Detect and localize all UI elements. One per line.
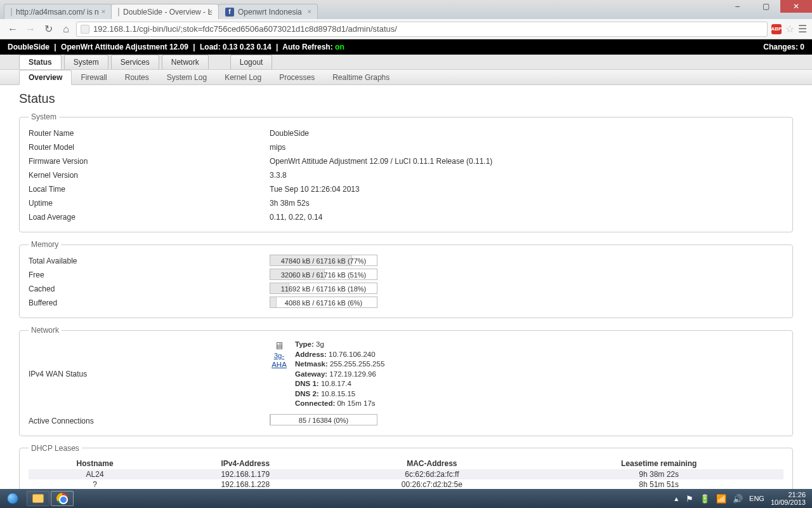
system-row: Router Name DoubleSide [29, 126, 783, 140]
load-values: 0.13 0.23 0.14 [223, 43, 272, 51]
dhcp-column-header: MAC-Address [329, 458, 534, 469]
field-label: Local Time [29, 185, 270, 194]
field-label: Uptime [29, 199, 270, 208]
wan-interface-link[interactable]: 3g-AHA [272, 352, 287, 368]
field-label: Firmware Version [29, 157, 270, 166]
document-icon [118, 8, 119, 17]
close-icon[interactable]: × [306, 8, 313, 15]
subtab-kernel-log[interactable]: Kernel Log [216, 70, 270, 84]
wan-field: Netmask: 255.255.255.255 [295, 359, 384, 370]
browser-tabstrip: http://ad4msan.com/ is n×DoubleSide - Ov… [4, 4, 317, 19]
field-label: Router Model [29, 143, 270, 152]
nav-back-icon[interactable]: ← [5, 22, 20, 37]
facebook-icon: f [225, 8, 234, 17]
luci-header: DoubleSide | OpenWrt Attitude Adjustment… [0, 39, 812, 55]
nav-home-icon[interactable]: ⌂ [58, 22, 74, 37]
usage-meter: 32060 kB / 61716 kB (51%) [270, 269, 377, 280]
window-maximize[interactable]: ▢ [752, 0, 780, 13]
section-dhcp-leases: DHCP Leases HostnameIPv4-AddressMAC-Addr… [19, 444, 793, 489]
field-label: Cached [29, 284, 270, 293]
page-title: Status [19, 91, 793, 106]
firmware-short: OpenWrt Attitude Adjustment 12.09 [61, 43, 188, 51]
system-row: Load Average 0.11, 0.22, 0.14 [29, 210, 783, 224]
usage-meter: 4088 kB / 61716 kB (6%) [270, 297, 377, 308]
usage-meter: 11692 kB / 61716 kB (18%) [270, 283, 377, 294]
changes-link[interactable]: Changes: 0 [763, 43, 804, 51]
cell: 6c:62:6d:2a:fc:ff [329, 469, 534, 479]
nav-reload-icon[interactable]: ↻ [41, 22, 56, 37]
section-system: System Router Name DoubleSideRouter Mode… [19, 112, 793, 232]
field-value: 3.3.8 [270, 171, 287, 180]
cell: 9h 38m 22s [534, 469, 783, 479]
nav-sub: OverviewFirewallRoutesSystem LogKernel L… [0, 70, 812, 85]
url-text: 192.168.1.1/cgi-bin/luci/;stok=fdc756ced… [93, 24, 397, 34]
subtab-realtime-graphs[interactable]: Realtime Graphs [324, 70, 398, 84]
wan-interface-icon: 🖥 [270, 340, 289, 352]
field-label: Buffered [29, 298, 270, 307]
dhcp-column-header: Hostname [29, 458, 161, 469]
navtab-system[interactable]: System [64, 55, 108, 69]
auto-refresh-toggle[interactable]: on [335, 43, 344, 51]
load-label: Load: [200, 43, 221, 51]
section-network: Network IPv4 WAN Status 🖥 3g-AHA Type: 3… [19, 326, 793, 436]
browser-tab-title: http://ad4msan.com/ is n [16, 8, 99, 17]
field-label: Free [29, 271, 270, 279]
memory-row: Cached 11692 kB / 61716 kB (18%) [29, 282, 783, 296]
wan-field: Type: 3g [295, 340, 384, 350]
field-value: mips [270, 143, 285, 152]
system-row: Local Time Tue Sep 10 21:26:04 2013 [29, 182, 783, 196]
navtab-network[interactable]: Network [162, 55, 209, 69]
subtab-routes[interactable]: Routes [116, 70, 158, 84]
window-minimize[interactable]: – [723, 0, 752, 13]
field-value: DoubleSide [270, 129, 309, 138]
memory-row: Free 32060 kB / 61716 kB (51%) [29, 268, 783, 282]
window-close[interactable]: ✕ [780, 0, 812, 13]
field-value: OpenWrt Attitude Adjustment 12.09 / LuCI… [270, 157, 492, 166]
nav-forward-icon: → [23, 22, 38, 37]
url-input[interactable]: 192.168.1.1/cgi-bin/luci/;stok=fdc756ced… [76, 22, 768, 37]
auto-refresh-label: Auto Refresh: [282, 43, 332, 51]
subtab-processes[interactable]: Processes [270, 70, 324, 84]
active-connections-label: Active Connections [29, 417, 270, 425]
navtab-services[interactable]: Services [111, 55, 159, 69]
page-favicon-icon [81, 25, 89, 34]
dhcp-column-header: IPv4-Address [161, 458, 329, 469]
cell: 8h 51m 51s [534, 479, 783, 489]
omnibox-icons: ABP ☆ ☰ [771, 23, 807, 35]
close-icon[interactable]: × [100, 8, 107, 15]
cell: AL24 [29, 469, 161, 479]
window-controls: – ▢ ✕ [723, 0, 812, 13]
adblock-icon[interactable]: ABP [771, 24, 782, 34]
memory-row: Total Available 47840 kB / 61716 kB (77%… [29, 254, 783, 268]
subtab-system-log[interactable]: System Log [158, 70, 216, 84]
system-row: Uptime 3h 38m 52s [29, 196, 783, 210]
browser-tab-2[interactable]: fOpenwrt Indonesia× [218, 4, 318, 19]
legend-memory: Memory [29, 240, 61, 249]
subtab-firewall[interactable]: Firewall [72, 70, 115, 84]
field-label: Kernel Version [29, 171, 270, 180]
subtab-overview[interactable]: Overview [19, 70, 72, 85]
table-row: AL24192.168.1.1796c:62:6d:2a:fc:ff9h 38m… [29, 469, 783, 479]
wan-field: DNS 1: 10.8.17.4 [295, 379, 384, 389]
navtab-status[interactable]: Status [19, 55, 62, 69]
section-memory: Memory Total Available 47840 kB / 61716 … [19, 240, 793, 318]
wan-field: DNS 2: 10.8.15.15 [295, 389, 384, 399]
field-label: Total Available [29, 257, 270, 265]
browser-tab-0[interactable]: http://ad4msan.com/ is n× [4, 4, 112, 19]
bookmark-star-icon[interactable]: ☆ [785, 23, 794, 35]
browser-tab-1[interactable]: DoubleSide - Overview - L× [111, 4, 219, 19]
legend-network: Network [29, 326, 62, 335]
browser-tab-title: Openwrt Indonesia [238, 8, 302, 17]
browser-toolbar: ← → ↻ ⌂ 192.168.1.1/cgi-bin/luci/;stok=f… [0, 19, 812, 39]
field-label: Router Name [29, 129, 270, 138]
wan-field: Connected: 0h 15m 17s [295, 399, 384, 409]
document-icon [11, 8, 12, 17]
system-row: Kernel Version 3.3.8 [29, 168, 783, 182]
field-label: Load Average [29, 213, 270, 222]
field-value: 3h 38m 52s [270, 199, 310, 208]
close-icon[interactable]: × [207, 8, 214, 15]
chrome-menu-icon[interactable]: ☰ [798, 23, 807, 35]
dhcp-table: HostnameIPv4-AddressMAC-AddressLeasetime… [29, 458, 783, 489]
navtab-logout[interactable]: Logout [230, 55, 273, 69]
system-row: Router Model mips [29, 140, 783, 154]
